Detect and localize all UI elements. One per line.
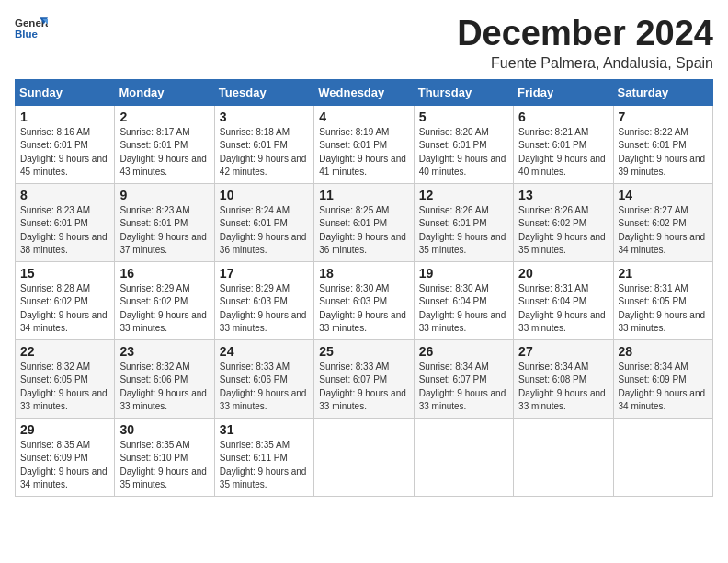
- table-row: 2 Sunrise: 8:17 AMSunset: 6:01 PMDayligh…: [115, 105, 214, 183]
- header-tuesday: Tuesday: [214, 79, 313, 105]
- day-info: Sunrise: 8:24 AMSunset: 6:01 PMDaylight:…: [220, 205, 307, 256]
- logo: General Blue: [15, 15, 50, 40]
- table-row: 16 Sunrise: 8:29 AMSunset: 6:02 PMDaylig…: [115, 261, 214, 339]
- calendar-week-4: 22 Sunrise: 8:32 AMSunset: 6:05 PMDaylig…: [16, 339, 713, 418]
- header-wednesday: Wednesday: [314, 79, 414, 105]
- day-number: 19: [419, 266, 508, 281]
- day-info: Sunrise: 8:26 AMSunset: 6:02 PMDaylight:…: [518, 205, 606, 256]
- table-row: 15 Sunrise: 8:28 AMSunset: 6:02 PMDaylig…: [16, 261, 115, 339]
- day-number: 14: [619, 188, 708, 202]
- day-number: 6: [518, 109, 608, 124]
- day-number: 11: [319, 188, 408, 202]
- calendar-week-5: 29 Sunrise: 8:35 AMSunset: 6:09 PMDaylig…: [16, 418, 713, 496]
- day-number: 5: [419, 109, 508, 124]
- day-info: Sunrise: 8:31 AMSunset: 6:04 PMDaylight:…: [518, 283, 606, 334]
- day-info: Sunrise: 8:27 AMSunset: 6:02 PMDaylight:…: [619, 205, 706, 256]
- page-container: General Blue December 2024 Fuente Palmer…: [15, 15, 713, 497]
- day-info: Sunrise: 8:21 AMSunset: 6:01 PMDaylight:…: [518, 127, 606, 178]
- day-number: 1: [20, 109, 109, 124]
- table-row: [314, 418, 414, 496]
- table-row: 13 Sunrise: 8:26 AMSunset: 6:02 PMDaylig…: [514, 183, 613, 261]
- table-row: 10 Sunrise: 8:24 AMSunset: 6:01 PMDaylig…: [214, 183, 313, 261]
- day-number: 10: [220, 188, 309, 202]
- day-number: 22: [20, 344, 109, 359]
- calendar-header-row: Sunday Monday Tuesday Wednesday Thursday…: [16, 79, 713, 105]
- day-number: 31: [220, 422, 309, 437]
- calendar-week-2: 8 Sunrise: 8:23 AMSunset: 6:01 PMDayligh…: [16, 183, 713, 261]
- table-row: 14 Sunrise: 8:27 AMSunset: 6:02 PMDaylig…: [613, 183, 712, 261]
- day-number: 16: [119, 266, 209, 281]
- day-number: 13: [518, 188, 608, 202]
- day-number: 20: [518, 266, 608, 281]
- header-saturday: Saturday: [613, 79, 712, 105]
- day-info: Sunrise: 8:33 AMSunset: 6:06 PMDaylight:…: [220, 362, 307, 412]
- table-row: 7 Sunrise: 8:22 AMSunset: 6:01 PMDayligh…: [613, 105, 712, 183]
- table-row: 18 Sunrise: 8:30 AMSunset: 6:03 PMDaylig…: [314, 261, 414, 339]
- day-number: 15: [20, 266, 109, 281]
- calendar-week-3: 15 Sunrise: 8:28 AMSunset: 6:02 PMDaylig…: [16, 261, 713, 339]
- table-row: 30 Sunrise: 8:35 AMSunset: 6:10 PMDaylig…: [115, 418, 214, 496]
- table-row: 12 Sunrise: 8:26 AMSunset: 6:01 PMDaylig…: [414, 183, 513, 261]
- day-number: 17: [220, 266, 309, 281]
- day-number: 28: [619, 344, 708, 359]
- day-info: Sunrise: 8:35 AMSunset: 6:09 PMDaylight:…: [20, 440, 108, 490]
- table-row: 1 Sunrise: 8:16 AMSunset: 6:01 PMDayligh…: [16, 105, 115, 183]
- day-info: Sunrise: 8:26 AMSunset: 6:01 PMDaylight:…: [419, 205, 506, 256]
- header-thursday: Thursday: [414, 79, 513, 105]
- day-info: Sunrise: 8:34 AMSunset: 6:08 PMDaylight:…: [518, 362, 606, 412]
- day-number: 2: [119, 109, 209, 124]
- day-number: 3: [220, 109, 309, 124]
- day-info: Sunrise: 8:18 AMSunset: 6:01 PMDaylight:…: [220, 127, 307, 178]
- day-number: 30: [119, 422, 209, 437]
- table-row: 5 Sunrise: 8:20 AMSunset: 6:01 PMDayligh…: [414, 105, 513, 183]
- table-row: [514, 418, 613, 496]
- day-info: Sunrise: 8:33 AMSunset: 6:07 PMDaylight:…: [319, 362, 406, 412]
- table-row: [414, 418, 513, 496]
- day-number: 29: [20, 422, 109, 437]
- day-number: 26: [419, 344, 508, 359]
- header-sunday: Sunday: [16, 79, 115, 105]
- day-info: Sunrise: 8:34 AMSunset: 6:07 PMDaylight:…: [419, 362, 506, 412]
- day-info: Sunrise: 8:29 AMSunset: 6:02 PMDaylight:…: [119, 283, 207, 334]
- table-row: 29 Sunrise: 8:35 AMSunset: 6:09 PMDaylig…: [16, 418, 115, 496]
- table-row: 3 Sunrise: 8:18 AMSunset: 6:01 PMDayligh…: [214, 105, 313, 183]
- svg-text:Blue: Blue: [15, 29, 39, 40]
- day-info: Sunrise: 8:35 AMSunset: 6:10 PMDaylight:…: [119, 440, 207, 490]
- day-info: Sunrise: 8:30 AMSunset: 6:03 PMDaylight:…: [319, 283, 406, 334]
- table-row: 11 Sunrise: 8:25 AMSunset: 6:01 PMDaylig…: [314, 183, 414, 261]
- header-friday: Friday: [514, 79, 613, 105]
- day-number: 7: [619, 109, 708, 124]
- table-row: 17 Sunrise: 8:29 AMSunset: 6:03 PMDaylig…: [214, 261, 313, 339]
- day-info: Sunrise: 8:17 AMSunset: 6:01 PMDaylight:…: [119, 127, 207, 178]
- header: General Blue December 2024 Fuente Palmer…: [15, 15, 713, 72]
- table-row: 20 Sunrise: 8:31 AMSunset: 6:04 PMDaylig…: [514, 261, 613, 339]
- table-row: 9 Sunrise: 8:23 AMSunset: 6:01 PMDayligh…: [115, 183, 214, 261]
- table-row: 6 Sunrise: 8:21 AMSunset: 6:01 PMDayligh…: [514, 105, 613, 183]
- table-row: 8 Sunrise: 8:23 AMSunset: 6:01 PMDayligh…: [16, 183, 115, 261]
- day-info: Sunrise: 8:30 AMSunset: 6:04 PMDaylight:…: [419, 283, 506, 334]
- day-info: Sunrise: 8:22 AMSunset: 6:01 PMDaylight:…: [619, 127, 706, 178]
- day-info: Sunrise: 8:31 AMSunset: 6:05 PMDaylight:…: [619, 283, 706, 334]
- day-info: Sunrise: 8:32 AMSunset: 6:05 PMDaylight:…: [20, 362, 108, 412]
- day-number: 24: [220, 344, 309, 359]
- location-title: Fuente Palmera, Andalusia, Spain: [457, 55, 713, 72]
- table-row: 4 Sunrise: 8:19 AMSunset: 6:01 PMDayligh…: [314, 105, 414, 183]
- day-info: Sunrise: 8:25 AMSunset: 6:01 PMDaylight:…: [319, 205, 406, 256]
- header-monday: Monday: [115, 79, 214, 105]
- table-row: 23 Sunrise: 8:32 AMSunset: 6:06 PMDaylig…: [115, 339, 214, 418]
- day-number: 8: [20, 188, 109, 202]
- table-row: 27 Sunrise: 8:34 AMSunset: 6:08 PMDaylig…: [514, 339, 613, 418]
- day-info: Sunrise: 8:32 AMSunset: 6:06 PMDaylight:…: [119, 362, 207, 412]
- day-info: Sunrise: 8:29 AMSunset: 6:03 PMDaylight:…: [220, 283, 307, 334]
- day-info: Sunrise: 8:34 AMSunset: 6:09 PMDaylight:…: [619, 362, 706, 412]
- table-row: 25 Sunrise: 8:33 AMSunset: 6:07 PMDaylig…: [314, 339, 414, 418]
- table-row: 19 Sunrise: 8:30 AMSunset: 6:04 PMDaylig…: [414, 261, 513, 339]
- table-row: 24 Sunrise: 8:33 AMSunset: 6:06 PMDaylig…: [214, 339, 313, 418]
- calendar-week-1: 1 Sunrise: 8:16 AMSunset: 6:01 PMDayligh…: [16, 105, 713, 183]
- day-number: 4: [319, 109, 408, 124]
- day-info: Sunrise: 8:28 AMSunset: 6:02 PMDaylight:…: [20, 283, 108, 334]
- day-number: 18: [319, 266, 408, 281]
- table-row: 28 Sunrise: 8:34 AMSunset: 6:09 PMDaylig…: [613, 339, 712, 418]
- day-number: 9: [119, 188, 209, 202]
- day-number: 21: [619, 266, 708, 281]
